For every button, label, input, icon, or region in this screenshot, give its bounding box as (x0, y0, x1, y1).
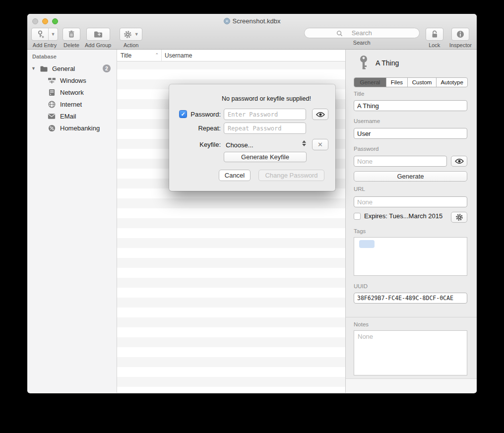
sidebar-item-windows[interactable]: Windows (27, 74, 117, 86)
add-group-label: Add Group (85, 42, 111, 48)
sidebar-item-label: General (52, 65, 75, 72)
dialog-repeat-label: Repeat: (178, 123, 221, 134)
reveal-password-button[interactable] (451, 156, 467, 167)
x-icon: ✕ (317, 141, 323, 148)
url-input[interactable] (354, 196, 467, 207)
sidebar-item-homebanking[interactable]: Homebanking (27, 122, 117, 134)
search-label: Search (353, 40, 371, 46)
sidebar-item-network[interactable]: Network (27, 86, 117, 98)
section-divider (346, 317, 477, 317)
table-header: Title ⌃ Username (117, 50, 345, 62)
key-plus-icon[interactable] (32, 28, 49, 40)
titlebar: Screenshot.kdbx ▼ Add Entry Delete (27, 14, 477, 50)
entry-count-badge: 2 (103, 64, 111, 72)
column-header-title[interactable]: Title ⌃ (117, 50, 162, 61)
sidebar-item-general[interactable]: ▼ General 2 (27, 62, 117, 74)
server-icon (47, 89, 56, 96)
change-password-dialog: No password or keyfile supplied! ✓ Passw… (169, 84, 335, 191)
add-group-button[interactable] (86, 28, 110, 41)
action-button[interactable]: ▼ (120, 28, 142, 41)
percent-icon (47, 124, 56, 132)
add-entry-button[interactable]: ▼ (31, 28, 58, 41)
dialog-keyfile-label: Keyfile: (178, 139, 221, 150)
sidebar-item-label: Network (60, 89, 84, 96)
search-input[interactable] (305, 28, 419, 38)
lock-button[interactable] (426, 28, 443, 41)
tab-custom[interactable]: Custom (408, 78, 437, 87)
info-icon (456, 30, 465, 39)
sidebar-section-header: Database (32, 54, 57, 60)
tags-box[interactable] (354, 237, 467, 276)
entry-title: A Thing (376, 59, 399, 67)
delete-button[interactable] (63, 28, 80, 41)
generate-password-button[interactable]: Generate (354, 171, 467, 182)
column-header-username[interactable]: Username (162, 50, 345, 61)
username-input[interactable] (354, 128, 467, 139)
expires-checkbox[interactable] (354, 213, 361, 220)
password-input[interactable] (354, 156, 447, 167)
uuid-value: 38F629B7-FC4E-489C-8DCF-0CAE (354, 293, 467, 304)
generate-keyfile-button[interactable]: Generate Keyfile (224, 152, 307, 162)
inspector-label: Inspector (449, 42, 472, 48)
inspector-tabs: General Files Custom Autotype (354, 77, 468, 87)
stepper-arrows-icon[interactable] (302, 140, 306, 146)
tab-general[interactable]: General (354, 78, 386, 87)
sidebar-item-label: Homebanking (60, 124, 100, 132)
add-entry-dropdown-arrow[interactable]: ▼ (49, 28, 58, 40)
username-field-label: Username (354, 118, 380, 124)
expires-row: Expires: Tues...March 2015 (354, 212, 442, 220)
tag-pill[interactable] (359, 240, 375, 248)
column-title-label: Title (121, 52, 131, 59)
eye-icon (455, 158, 464, 164)
title-field-label: Title (354, 91, 364, 97)
password-field-label: Password (354, 146, 379, 152)
lock-label: Lock (429, 42, 440, 48)
notes-field-label: Notes (354, 321, 369, 327)
dialog-message: No password or keyfile supplied! (222, 95, 311, 102)
title-input[interactable] (354, 100, 467, 111)
uuid-field-label: UUID (354, 283, 368, 289)
sidebar-item-label: Internet (60, 101, 82, 108)
dialog-reveal-password-button[interactable] (312, 109, 328, 120)
dialog-repeat-input[interactable] (224, 123, 306, 134)
add-entry-label: Add Entry (33, 42, 57, 48)
change-password-button[interactable]: Change Password (258, 170, 324, 181)
globe-icon (47, 101, 56, 108)
window-title: Screenshot.kdbx (233, 17, 281, 25)
eye-icon (316, 112, 325, 118)
inspector-footer (346, 378, 477, 393)
inspector-button[interactable] (451, 28, 469, 41)
delete-label: Delete (63, 42, 79, 48)
folder-plus-icon (93, 30, 103, 39)
search-field[interactable] (304, 28, 420, 38)
document-icon[interactable] (224, 18, 230, 24)
windows-network-icon (47, 77, 56, 84)
envelope-icon (47, 113, 56, 120)
tags-field-label: Tags (354, 228, 366, 234)
key-icon (358, 55, 369, 71)
sidebar: Database ▼ General 2 Windows Networ (27, 50, 117, 393)
expires-settings-button[interactable] (451, 212, 467, 223)
keyfile-dropdown-value: Choose... (226, 141, 253, 149)
dialog-password-input[interactable] (224, 109, 306, 120)
folder-icon (39, 65, 48, 72)
tab-autotype[interactable]: Autotype (437, 78, 467, 87)
action-label: Action (124, 42, 139, 48)
lock-open-icon (430, 30, 439, 39)
tab-files[interactable]: Files (386, 78, 408, 87)
keyfile-dropdown[interactable]: Choose... (226, 139, 300, 150)
action-dropdown-arrow: ▼ (134, 32, 139, 37)
clear-keyfile-button[interactable]: ✕ (312, 139, 328, 150)
disclosure-triangle-icon[interactable]: ▼ (31, 66, 36, 71)
url-field-label: URL (354, 186, 365, 192)
notes-textarea[interactable] (354, 330, 467, 375)
sidebar-item-label: EMail (60, 113, 76, 120)
app-window: Screenshot.kdbx ▼ Add Entry Delete (27, 14, 477, 393)
cancel-button[interactable]: Cancel (219, 170, 251, 181)
sort-ascending-icon: ⌃ (155, 53, 159, 58)
sidebar-item-internet[interactable]: Internet (27, 98, 117, 110)
dialog-password-label: Password: (178, 109, 221, 120)
sidebar-item-email[interactable]: EMail (27, 110, 117, 122)
gear-icon (124, 30, 132, 39)
window-title-area: Screenshot.kdbx (27, 17, 477, 25)
